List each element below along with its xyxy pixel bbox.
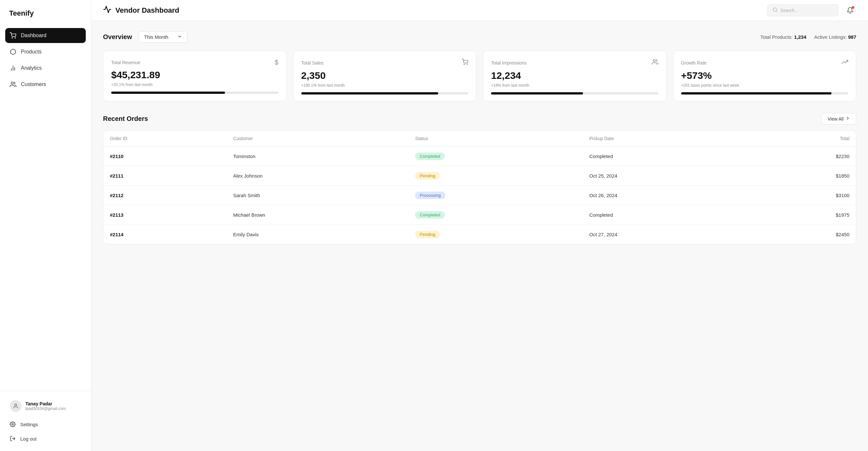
sidebar-item-analytics-label: Analytics (21, 65, 42, 71)
sales-change: +180.1% from last month (301, 83, 469, 88)
svg-line-10 (776, 11, 777, 12)
total-2113: $1975 (748, 205, 856, 225)
active-listings-text: Active Listings: 987 (814, 34, 856, 40)
order-id-2113: #2113 (103, 205, 227, 225)
view-all-button[interactable]: View All (822, 113, 856, 125)
revenue-value: $45,231.89 (111, 69, 278, 80)
svg-point-13 (653, 60, 655, 62)
orders-table-wrap: Order ID Customer Status Pickup Date Tot… (103, 130, 856, 245)
logout-item[interactable]: Log out (5, 431, 86, 446)
sidebar-bottom: Tanay Padar tpad30104@gmail.com Settings… (0, 391, 91, 451)
status-badge: Pending (415, 172, 440, 180)
users-icon (10, 81, 16, 88)
pickup-2113: Completed (583, 205, 748, 225)
search-input[interactable]: Search... (767, 4, 839, 16)
status-badge: Processing (415, 192, 445, 199)
order-id-2111: #2111 (103, 166, 227, 186)
growth-progress-bg (681, 92, 848, 95)
recent-orders-header: Recent Orders View All (103, 113, 856, 125)
stat-cards: Total Revenue $ $45,231.89 +20.1% from l… (103, 51, 856, 101)
app-logo: Teenify (0, 9, 91, 28)
logout-label: Log out (20, 436, 36, 442)
chart-icon (10, 65, 16, 71)
sidebar-item-dashboard-label: Dashboard (21, 33, 46, 38)
sidebar-item-customers[interactable]: Customers (5, 77, 86, 92)
period-select[interactable]: This Month (138, 31, 187, 43)
sales-progress-bg (301, 92, 469, 95)
sidebar-nav: Dashboard Products Analytics Customers (0, 28, 91, 391)
notification-button[interactable] (844, 4, 856, 17)
user-email: tpad30104@gmail.com (25, 406, 66, 411)
period-label: This Month (144, 34, 168, 40)
sales-label: Total Sales (301, 60, 323, 65)
user-info: Tanay Padar tpad30104@gmail.com (5, 396, 86, 416)
customer-2112: Sarah Smith (227, 186, 409, 205)
settings-item[interactable]: Settings (5, 417, 86, 431)
status-2114: Pending (409, 225, 583, 245)
stat-card-sales: Total Sales 2,350 +180.1% from last mont… (293, 51, 477, 101)
cart-icon (10, 32, 16, 39)
order-id-2112: #2112 (103, 186, 227, 205)
sidebar-item-dashboard[interactable]: Dashboard (5, 28, 86, 43)
page-title: Vendor Dashboard (103, 5, 179, 15)
sales-progress-fill (301, 92, 438, 95)
col-total: Total (748, 131, 856, 147)
shopping-cart-icon (462, 59, 468, 67)
active-listings-value: 987 (848, 34, 856, 40)
col-customer: Customer (227, 131, 409, 147)
order-id-2114: #2114 (103, 225, 227, 245)
pickup-2114: Oct 27, 2024 (583, 225, 748, 245)
orders-table: Order ID Customer Status Pickup Date Tot… (103, 131, 856, 244)
status-badge: Completed (415, 211, 445, 219)
pickup-2110: Completed (583, 147, 748, 166)
overview-title: Overview (103, 33, 132, 41)
table-row: #2114 Emily Davis Pending Oct 27, 2024 $… (103, 225, 856, 245)
sidebar-item-customers-label: Customers (21, 82, 46, 87)
stat-card-growth: Growth Rate +573% +201 basis points sinc… (673, 51, 857, 101)
impressions-progress-fill (491, 92, 583, 95)
table-row: #2112 Sarah Smith Processing Oct 26, 202… (103, 186, 856, 205)
status-2110: Completed (409, 147, 583, 166)
trending-up-icon (842, 59, 848, 67)
status-2113: Completed (409, 205, 583, 225)
growth-progress-fill (681, 92, 832, 95)
sidebar-item-products[interactable]: Products (5, 44, 86, 59)
pickup-2112: Oct 26, 2024 (583, 186, 748, 205)
svg-point-12 (467, 64, 468, 65)
table-row: #2111 Alex Johnson Pending Oct 25, 2024 … (103, 166, 856, 186)
revenue-progress-bg (111, 92, 278, 94)
status-2111: Pending (409, 166, 583, 186)
customer-2113: Michael Brown (227, 205, 409, 225)
chevron-down-icon (177, 34, 182, 40)
user-name: Tanay Padar (25, 401, 66, 406)
sidebar-item-analytics[interactable]: Analytics (5, 61, 86, 75)
impressions-progress-bg (491, 92, 658, 95)
svg-point-1 (15, 38, 16, 38)
total-2112: $3100 (748, 186, 856, 205)
status-2112: Processing (409, 186, 583, 205)
topbar: Vendor Dashboard Search... (91, 0, 868, 21)
growth-value: +573% (681, 70, 848, 81)
users-stat-icon (652, 59, 658, 67)
table-row: #2113 Michael Brown Completed Completed … (103, 205, 856, 225)
topbar-right: Search... (767, 4, 856, 17)
growth-change: +201 basis points since last week (681, 83, 848, 88)
col-status: Status (409, 131, 583, 147)
avatar (10, 400, 22, 412)
chevron-right-icon (845, 116, 850, 122)
svg-point-7 (12, 424, 14, 425)
customer-2110: Tominston (227, 147, 409, 166)
sidebar: Teenify Dashboard Products Analytics Cus… (0, 0, 91, 451)
svg-point-11 (464, 64, 465, 65)
logout-icon (10, 436, 16, 442)
svg-point-0 (12, 38, 13, 38)
customer-2114: Emily Davis (227, 225, 409, 245)
svg-point-6 (15, 404, 17, 406)
status-badge: Completed (415, 153, 445, 160)
sales-value: 2,350 (301, 70, 469, 81)
recent-orders-title: Recent Orders (103, 115, 148, 123)
col-order-id: Order ID (103, 131, 227, 147)
search-icon (772, 7, 778, 13)
content-area: Overview This Month Total Products: 1,23… (91, 21, 868, 255)
total-2111: $1850 (748, 166, 856, 186)
